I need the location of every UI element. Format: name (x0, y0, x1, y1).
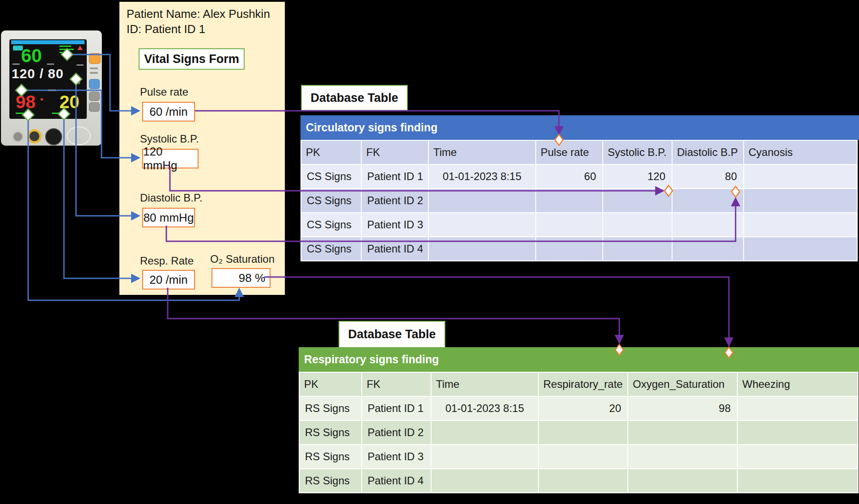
table-cell: Patient ID 1 (362, 396, 431, 420)
patient-name-text: Patient Name: Alex Pushkin (127, 7, 270, 21)
dial-knob[interactable] (67, 126, 91, 145)
table-cell (672, 237, 744, 261)
table-cell: RS Signs (299, 396, 362, 420)
pulse-rate-label: Pulse rate (140, 86, 188, 98)
table-cell: 98 (628, 396, 737, 420)
table-cell: RS Signs (299, 469, 362, 493)
column-header: Systolic B.P. (603, 140, 672, 164)
form-title: Vital Signs Form (139, 48, 245, 70)
table-cell: 120 (603, 164, 672, 189)
power-button[interactable] (89, 53, 101, 64)
monitor-resp-readout: 20 (59, 93, 80, 111)
systolic-bp-label: Systolic B.P. (140, 133, 199, 145)
table-cell (628, 469, 737, 493)
resp-rate-field[interactable]: 20 /min (142, 270, 195, 290)
table-cell (628, 420, 737, 445)
table-row: RS SignsPatient ID 3 (299, 445, 858, 469)
monitor-indicator-dot (41, 98, 43, 101)
monitor-mini-label (59, 52, 69, 53)
column-header: PK (299, 372, 362, 396)
table-cell (431, 420, 538, 445)
o2-saturation-field[interactable]: 98 % (212, 268, 271, 288)
column-header: Diastolic B.P (672, 140, 744, 164)
table-row: CS SignsPatient ID 101-01-2023 8:1560120… (301, 164, 857, 189)
column-header: Pulse rate (536, 140, 603, 164)
table-cell (737, 396, 858, 420)
sensor-port (12, 131, 24, 143)
ecg-port (45, 128, 62, 145)
column-header: Time (428, 140, 536, 164)
table-cell (538, 420, 628, 445)
column-header: Oxygen_Saturation (628, 372, 737, 396)
table-cell (428, 189, 536, 213)
o2-saturation-label: O₂ Saturation (210, 253, 275, 265)
monitor-mini-label (52, 113, 61, 114)
table-cell (603, 237, 672, 261)
table-cell: RS Signs (299, 445, 362, 469)
table-cell: 01-01-2023 8:15 (428, 164, 536, 189)
monitor-mini-label (59, 46, 71, 47)
table-cell (744, 164, 857, 189)
table-cell: Patient ID 4 (362, 469, 431, 493)
table-cell: Patient ID 4 (361, 237, 428, 261)
diastolic-bp-label: Diastolic B.P. (140, 192, 203, 204)
connector-spo2-to-resp-table (264, 277, 729, 345)
circulatory-table-title: Circulatory signs finding (300, 115, 859, 140)
table-cell (737, 420, 858, 445)
table-cell (744, 189, 857, 213)
column-header: Respiratory_rate (538, 372, 628, 396)
table-cell (672, 189, 744, 213)
database-table-label-circulatory: Database Table (301, 85, 408, 111)
column-header: Wheezing (737, 372, 858, 396)
table-cell (744, 213, 857, 237)
freeze-button[interactable] (89, 102, 100, 112)
alarm-icon (77, 46, 83, 50)
circulatory-table: PKFKTimePulse rateSystolic B.P.Diastolic… (300, 140, 858, 261)
table-cell (603, 213, 672, 237)
monitor-mini-label (76, 64, 84, 66)
table-cell: CS Signs (301, 164, 361, 189)
monitor-top-bar (11, 40, 85, 44)
column-header: FK (361, 140, 428, 164)
monitor-screen: 60 120 / 80 90 98 20 (9, 39, 87, 119)
vital-signs-form-panel: Patient Name: Alex Pushkin ID: Patient I… (119, 2, 285, 295)
patient-id-text: ID: Patient ID 1 (127, 22, 205, 36)
systolic-bp-field[interactable]: 120 mmHg (142, 149, 199, 168)
table-row: RS SignsPatient ID 101-01-2023 8:152098 (299, 396, 858, 420)
table-cell (536, 237, 603, 261)
table-cell (737, 469, 858, 493)
table-cell: CS Signs (301, 237, 361, 261)
table-row: RS SignsPatient ID 2 (299, 420, 858, 445)
table-row: CS SignsPatient ID 4 (301, 237, 857, 261)
nibp-start-button[interactable] (89, 79, 100, 89)
respiratory-table: PKFKTimeRespiratory_rateOxygen_Saturatio… (299, 372, 859, 493)
table-cell (431, 469, 538, 493)
table-cell: Patient ID 3 (361, 213, 428, 237)
table-cell: 60 (536, 164, 603, 189)
diastolic-bp-field[interactable]: 80 mmHg (142, 208, 195, 227)
diagram-canvas: 60 120 / 80 90 98 20 Patient N (0, 0, 859, 504)
table-cell (737, 445, 858, 469)
table-cell (538, 469, 628, 493)
table-cell: CS Signs (301, 189, 361, 213)
table-cell: Patient ID 1 (361, 164, 428, 189)
table-cell: 01-01-2023 8:15 (431, 396, 538, 420)
monitor-spo2-readout: 98 (16, 93, 36, 111)
column-header: Cyanosis (744, 140, 857, 164)
resp-rate-label: Resp. Rate (140, 255, 194, 267)
table-cell (428, 237, 536, 261)
table-cell (536, 189, 603, 213)
patient-monitor: 60 120 / 80 90 98 20 (1, 30, 102, 146)
table-cell (428, 213, 536, 237)
monitor-aux-readout: 90 (75, 80, 80, 85)
table-cell (603, 189, 672, 213)
monitor-mini-label (59, 49, 74, 50)
pulse-rate-field[interactable]: 60 /min (142, 102, 195, 122)
menu-button[interactable] (89, 92, 100, 101)
table-cell: Patient ID 3 (362, 445, 431, 469)
monitor-mini-label (47, 63, 54, 65)
monitor-mini-label (16, 113, 25, 114)
spo2-port (27, 129, 42, 143)
table-row: RS SignsPatient ID 4 (299, 469, 858, 493)
table-cell: 80 (672, 164, 744, 189)
